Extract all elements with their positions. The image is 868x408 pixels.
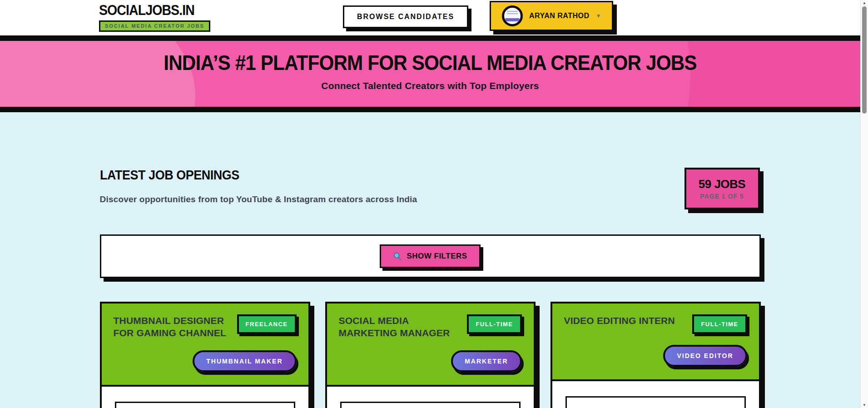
user-menu-button[interactable]: ARYAN RATHOD ▼ xyxy=(490,1,613,31)
job-card[interactable]: THUMBNAIL DESIGNER FOR GAMING CHANNEL FR… xyxy=(100,302,310,408)
chevron-down-icon: ▼ xyxy=(596,13,601,19)
main-content: LATEST JOB OPENINGS Discover opportuniti… xyxy=(0,112,860,408)
scroll-down-arrow-icon[interactable]: ▼ xyxy=(861,403,868,407)
job-title: SOCIAL MEDIA MARKETING MANAGER xyxy=(339,314,462,339)
job-card-body xyxy=(327,402,534,408)
job-card-header: SOCIAL MEDIA MARKETING MANAGER FULL-TIME… xyxy=(327,304,534,387)
search-icon xyxy=(393,252,402,261)
divider-bar-top xyxy=(0,35,860,41)
section-subtitle: Discover opportunities from top YouTube … xyxy=(100,194,761,204)
jobs-section-header: LATEST JOB OPENINGS Discover opportuniti… xyxy=(100,168,761,204)
jobs-count-badge: 59 JOBS PAGE 1 OF 5 xyxy=(684,168,760,209)
user-name: ARYAN RATHOD xyxy=(529,12,590,20)
logo[interactable]: SOCIALJOBS.IN SOCIAL MEDIA CREATOR JOBS xyxy=(99,2,210,32)
job-card-detail-box xyxy=(565,396,746,408)
header: SOCIALJOBS.IN SOCIAL MEDIA CREATOR JOBS … xyxy=(0,0,860,35)
job-title: VIDEO EDITING INTERN xyxy=(564,314,675,327)
employment-type-badge: FREELANCE xyxy=(237,314,297,334)
job-title: THUMBNAIL DESIGNER FOR GAMING CHANNEL xyxy=(114,314,232,339)
show-filters-button[interactable]: SHOW FILTERS xyxy=(380,244,480,268)
show-filters-label: SHOW FILTERS xyxy=(407,252,467,261)
hero-banner: INDIA’S #1 PLATFORM FOR SOCIAL MEDIA CRE… xyxy=(0,41,860,107)
job-card-detail-box xyxy=(115,402,295,408)
divider-bar-bottom xyxy=(0,107,860,112)
employment-type-badge: FULL-TIME xyxy=(467,314,521,334)
job-card-body xyxy=(552,396,759,408)
role-tag-pill: THUMBNAIL MAKER xyxy=(193,350,296,372)
scroll-up-arrow-icon[interactable]: ▲ xyxy=(861,1,868,5)
jobs-count: 59 JOBS xyxy=(699,177,745,191)
job-card-detail-box xyxy=(340,402,521,408)
job-card[interactable]: VIDEO EDITING INTERN FULL-TIME VIDEO EDI… xyxy=(551,302,761,408)
filter-bar: SHOW FILTERS xyxy=(100,234,761,278)
job-card[interactable]: SOCIAL MEDIA MARKETING MANAGER FULL-TIME… xyxy=(325,302,536,408)
job-card-header: VIDEO EDITING INTERN FULL-TIME VIDEO EDI… xyxy=(552,304,759,381)
job-card-header: THUMBNAIL DESIGNER FOR GAMING CHANNEL FR… xyxy=(102,304,308,387)
browse-candidates-button[interactable]: BROWSE CANDIDATES xyxy=(343,5,468,28)
job-cards-grid: THUMBNAIL DESIGNER FOR GAMING CHANNEL FR… xyxy=(100,302,761,408)
role-tag-pill: MARKETER xyxy=(451,350,521,372)
job-card-body xyxy=(102,402,308,408)
employment-type-badge: FULL-TIME xyxy=(692,314,747,334)
logo-title: SOCIALJOBS.IN xyxy=(99,2,201,19)
scrollbar-thumb[interactable] xyxy=(862,6,867,114)
avatar xyxy=(502,5,523,26)
browse-candidates-label: BROWSE CANDIDATES xyxy=(357,13,454,20)
hero-title: INDIA’S #1 PLATFORM FOR SOCIAL MEDIA CRE… xyxy=(43,50,818,75)
page-indicator: PAGE 1 OF 5 xyxy=(700,193,744,200)
role-tag-pill: VIDEO EDITOR xyxy=(663,345,747,367)
section-title: LATEST JOB OPENINGS xyxy=(100,168,714,183)
hero-subtitle: Connect Talented Creators with Top Emplo… xyxy=(0,80,860,91)
page: SOCIALJOBS.IN SOCIAL MEDIA CREATOR JOBS … xyxy=(0,0,868,408)
logo-tagline-badge: SOCIAL MEDIA CREATOR JOBS xyxy=(99,20,210,32)
scrollbar[interactable]: ▲ ▼ xyxy=(860,0,868,408)
